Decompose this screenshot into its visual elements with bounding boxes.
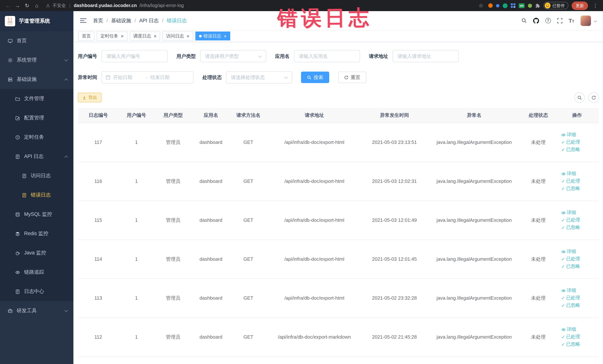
- tab-home[interactable]: 首页: [78, 32, 94, 40]
- mark-processed-link[interactable]: 已处理: [561, 139, 580, 145]
- detail-link[interactable]: 详细: [561, 248, 576, 255]
- sidebar-item-file-management[interactable]: 文件管理: [0, 89, 73, 108]
- sidebar-item-mysql-monitor[interactable]: MySQL 监控: [0, 205, 73, 224]
- app-logo[interactable]: 芋道管理系统: [0, 11, 73, 31]
- font-size-icon[interactable]: TT: [568, 18, 574, 23]
- close-icon[interactable]: [224, 34, 227, 38]
- browser-update-button[interactable]: 更新: [572, 1, 588, 10]
- url-path[interactable]: /infra/log/api-error-log: [139, 3, 184, 8]
- tab-scheduled-jobs[interactable]: 定时任务: [97, 32, 127, 40]
- extension-icon[interactable]: [496, 4, 499, 7]
- sidebar-item-java-monitor[interactable]: Java 监控: [0, 243, 73, 263]
- close-icon[interactable]: [121, 34, 124, 38]
- tab-label: 错误日志: [204, 33, 221, 39]
- toggle-search-button[interactable]: [574, 92, 585, 103]
- cell-log-id: 114: [78, 240, 119, 279]
- breadcrumb-home[interactable]: 首页: [93, 17, 111, 24]
- ignored-label: 已忽略: [566, 263, 580, 270]
- mark-processed-link[interactable]: 已处理: [561, 295, 580, 301]
- cell-app-name: dashboard: [192, 123, 230, 162]
- search-button[interactable]: 搜索: [301, 71, 329, 83]
- extensions-puzzle-icon[interactable]: [535, 3, 540, 8]
- profile-paused-chip[interactable]: 已暂停: [544, 2, 568, 9]
- sidebar-item-config-management[interactable]: 配置管理: [0, 108, 73, 128]
- url-host[interactable]: dashboard.yudao.iocoder.cn: [74, 3, 137, 8]
- sidebar-item-access-log[interactable]: 访问日志: [0, 166, 73, 186]
- sidebar-item-home[interactable]: 首页: [0, 31, 73, 50]
- column-header: 操作: [555, 108, 599, 123]
- sidebar-item-error-log[interactable]: 错误日志: [0, 186, 73, 205]
- filter-label: 请求地址: [369, 53, 388, 59]
- end-date-input[interactable]: [150, 75, 181, 80]
- refresh-table-button[interactable]: [588, 92, 599, 103]
- table-row: 116 1 管理员 dashboard GET /api/infra/db-do…: [78, 162, 599, 201]
- address-bar[interactable]: ⚠ 不安全 | dashboard.yudao.iocoder.cn/infra…: [46, 2, 184, 9]
- sidebar-item-redis-monitor[interactable]: Redis 监控: [0, 224, 73, 243]
- close-icon[interactable]: [186, 34, 189, 38]
- avatar-dropdown-caret[interactable]: [594, 19, 597, 22]
- help-icon[interactable]: [545, 18, 551, 23]
- mark-ignored-link[interactable]: 已忽略: [561, 146, 580, 153]
- detail-link[interactable]: 详细: [561, 210, 576, 216]
- back-icon[interactable]: ←: [4, 1, 12, 10]
- security-label[interactable]: 不安全: [53, 2, 66, 9]
- search-icon[interactable]: [521, 18, 527, 23]
- tab-access-log[interactable]: 访问日志: [162, 32, 193, 40]
- detail-link[interactable]: 详细: [561, 326, 576, 333]
- sidebar-item-api-log[interactable]: API 日志: [0, 147, 73, 166]
- detail-label: 详细: [567, 171, 576, 177]
- mark-processed-link[interactable]: 已处理: [561, 178, 580, 184]
- breadcrumb-infrastructure[interactable]: 基础设施: [111, 17, 139, 24]
- security-warning-icon[interactable]: ⚠: [46, 3, 50, 8]
- sidebar-item-scheduled-jobs[interactable]: 定时任务: [0, 128, 73, 147]
- extension-icon[interactable]: [488, 3, 493, 8]
- sidebar: 芋道管理系统 首页 系统管理 基础设施 文件管理: [0, 11, 73, 364]
- detail-link[interactable]: 详细: [561, 287, 576, 294]
- request-url-input[interactable]: [393, 50, 459, 62]
- exception-time-range-picker[interactable]: -: [102, 71, 194, 83]
- tab-error-log[interactable]: 错误日志: [195, 32, 231, 40]
- app-name-input[interactable]: [294, 50, 360, 62]
- mark-processed-link[interactable]: 已处理: [561, 256, 580, 262]
- mark-ignored-link[interactable]: 已忽略: [561, 302, 580, 309]
- mark-ignored-link[interactable]: 已忽略: [561, 224, 580, 231]
- start-date-input[interactable]: [113, 75, 143, 80]
- mark-ignored-link[interactable]: 已忽略: [561, 341, 580, 348]
- process-status-select[interactable]: 请选择处理状态: [226, 71, 292, 83]
- github-icon[interactable]: [533, 18, 539, 23]
- bookmark-star-icon[interactable]: ☆: [477, 1, 485, 10]
- mark-processed-link[interactable]: 已处理: [561, 334, 580, 340]
- extension-grid-icon[interactable]: [511, 3, 515, 8]
- sidebar-item-link-tracing[interactable]: 链路追踪: [0, 263, 73, 282]
- user-id-input[interactable]: [102, 50, 168, 62]
- reset-button[interactable]: 重置: [338, 71, 366, 83]
- sidebar-item-dev-tools[interactable]: 研发工具: [0, 301, 73, 320]
- extension-icon[interactable]: [528, 3, 532, 8]
- processed-label: 已处理: [566, 217, 580, 223]
- close-icon[interactable]: [154, 34, 156, 38]
- mark-ignored-link[interactable]: 已忽略: [561, 186, 580, 192]
- sidebar-item-log-center[interactable]: 日志中心: [0, 282, 73, 301]
- tab-schedule-log[interactable]: 调度日志: [129, 32, 160, 40]
- user-avatar[interactable]: [580, 15, 591, 26]
- forward-icon[interactable]: →: [13, 1, 22, 10]
- export-button[interactable]: 导出: [78, 93, 102, 102]
- extension-icon[interactable]: [503, 3, 508, 8]
- home-icon[interactable]: ⌂: [33, 1, 41, 10]
- cell-log-id: 113: [78, 279, 119, 317]
- menu-kebab-icon[interactable]: ⋮: [591, 1, 600, 10]
- cell-method: GET: [230, 162, 267, 201]
- mark-ignored-link[interactable]: 已忽略: [561, 263, 580, 270]
- cell-request-url: /api/infra/db-doc/export-html: [267, 123, 362, 162]
- extension-on-badge[interactable]: on: [519, 3, 525, 8]
- detail-link[interactable]: 详细: [561, 132, 576, 138]
- fullscreen-icon[interactable]: [557, 18, 562, 23]
- user-type-select[interactable]: 请选择用户类型: [200, 50, 266, 62]
- sidebar-item-system-management[interactable]: 系统管理: [0, 50, 73, 70]
- breadcrumb-api-log[interactable]: API 日志: [139, 17, 167, 24]
- sidebar-item-infrastructure[interactable]: 基础设施: [0, 70, 73, 89]
- detail-link[interactable]: 详细: [561, 171, 576, 177]
- collapse-sidebar-button[interactable]: [80, 18, 86, 23]
- reload-icon[interactable]: ↻: [23, 1, 31, 10]
- mark-processed-link[interactable]: 已处理: [561, 217, 580, 223]
